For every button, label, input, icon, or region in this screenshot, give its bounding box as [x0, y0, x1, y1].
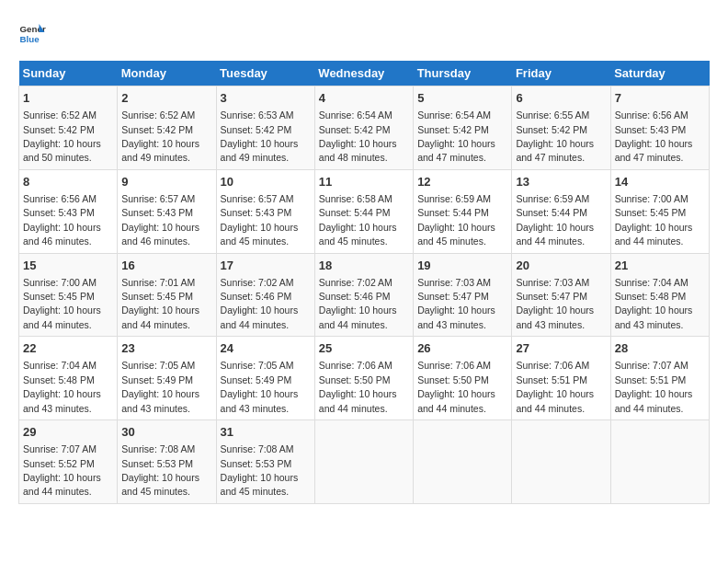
day-number: 31 [221, 424, 311, 441]
calendar-cell: 27 Sunrise: 7:06 AMSunset: 5:51 PMDaylig… [512, 337, 610, 420]
calendar-cell: 19 Sunrise: 7:03 AMSunset: 5:47 PMDaylig… [414, 253, 512, 337]
logo-icon: General Blue [18, 18, 46, 46]
day-number: 18 [319, 258, 409, 274]
calendar-week-row: 15 Sunrise: 7:00 AMSunset: 5:45 PMDaylig… [19, 253, 710, 337]
day-number: 7 [615, 90, 705, 107]
calendar-cell [414, 420, 512, 504]
calendar-cell: 20 Sunrise: 7:03 AMSunset: 5:47 PMDaylig… [512, 253, 610, 337]
cell-content: Sunrise: 6:53 AMSunset: 5:42 PMDaylight:… [221, 109, 299, 163]
day-number: 24 [221, 340, 311, 357]
cell-content: Sunrise: 6:59 AMSunset: 5:44 PMDaylight:… [516, 193, 594, 247]
col-header-thursday: Thursday [414, 61, 512, 86]
cell-content: Sunrise: 6:57 AMSunset: 5:43 PMDaylight:… [121, 193, 199, 247]
calendar-week-row: 8 Sunrise: 6:56 AMSunset: 5:43 PMDayligh… [19, 169, 710, 253]
cell-content: Sunrise: 7:05 AMSunset: 5:49 PMDaylight:… [221, 360, 299, 413]
cell-content: Sunrise: 6:58 AMSunset: 5:44 PMDaylight:… [319, 193, 397, 247]
day-number: 5 [417, 90, 507, 107]
cell-content: Sunrise: 7:03 AMSunset: 5:47 PMDaylight:… [417, 277, 495, 330]
calendar-week-row: 22 Sunrise: 7:04 AMSunset: 5:48 PMDaylig… [19, 337, 710, 420]
calendar-cell [314, 420, 413, 504]
calendar-cell: 6 Sunrise: 6:55 AMSunset: 5:42 PMDayligh… [512, 86, 610, 170]
calendar-cell [610, 420, 709, 504]
calendar-cell: 28 Sunrise: 7:07 AMSunset: 5:51 PMDaylig… [610, 337, 709, 420]
cell-content: Sunrise: 6:52 AMSunset: 5:42 PMDaylight:… [121, 109, 199, 163]
cell-content: Sunrise: 6:56 AMSunset: 5:43 PMDaylight:… [615, 109, 693, 163]
calendar-cell: 10 Sunrise: 6:57 AMSunset: 5:43 PMDaylig… [216, 169, 314, 253]
cell-content: Sunrise: 7:03 AMSunset: 5:47 PMDaylight:… [516, 277, 594, 330]
calendar-cell: 8 Sunrise: 6:56 AMSunset: 5:43 PMDayligh… [19, 169, 118, 253]
calendar-table: SundayMondayTuesdayWednesdayThursdayFrid… [18, 61, 710, 504]
calendar-cell: 3 Sunrise: 6:53 AMSunset: 5:42 PMDayligh… [216, 86, 314, 170]
cell-content: Sunrise: 6:59 AMSunset: 5:44 PMDaylight:… [417, 193, 495, 247]
cell-content: Sunrise: 6:54 AMSunset: 5:42 PMDaylight:… [319, 109, 397, 163]
day-number: 9 [121, 174, 211, 190]
day-number: 13 [516, 174, 606, 190]
cell-content: Sunrise: 6:57 AMSunset: 5:43 PMDaylight:… [221, 193, 299, 247]
cell-content: Sunrise: 7:04 AMSunset: 5:48 PMDaylight:… [615, 277, 693, 330]
day-number: 4 [319, 90, 409, 107]
calendar-cell: 23 Sunrise: 7:05 AMSunset: 5:49 PMDaylig… [118, 337, 216, 420]
day-number: 2 [121, 90, 211, 107]
day-number: 28 [615, 340, 705, 357]
day-number: 19 [417, 258, 507, 274]
cell-content: Sunrise: 7:02 AMSunset: 5:46 PMDaylight:… [221, 277, 299, 330]
svg-text:Blue: Blue [20, 34, 40, 44]
calendar-cell: 18 Sunrise: 7:02 AMSunset: 5:46 PMDaylig… [314, 253, 413, 337]
day-number: 25 [319, 340, 409, 357]
day-number: 20 [516, 258, 606, 274]
cell-content: Sunrise: 7:01 AMSunset: 5:45 PMDaylight:… [121, 277, 199, 330]
day-number: 17 [221, 258, 311, 274]
day-number: 29 [23, 424, 113, 441]
calendar-cell: 15 Sunrise: 7:00 AMSunset: 5:45 PMDaylig… [19, 253, 118, 337]
day-number: 21 [615, 258, 705, 274]
calendar-cell: 26 Sunrise: 7:06 AMSunset: 5:50 PMDaylig… [414, 337, 512, 420]
calendar-week-row: 1 Sunrise: 6:52 AMSunset: 5:42 PMDayligh… [19, 86, 710, 170]
calendar-cell: 25 Sunrise: 7:06 AMSunset: 5:50 PMDaylig… [314, 337, 413, 420]
calendar-cell: 21 Sunrise: 7:04 AMSunset: 5:48 PMDaylig… [610, 253, 709, 337]
calendar-header-row: SundayMondayTuesdayWednesdayThursdayFrid… [19, 61, 710, 86]
calendar-cell: 2 Sunrise: 6:52 AMSunset: 5:42 PMDayligh… [118, 86, 216, 170]
cell-content: Sunrise: 7:00 AMSunset: 5:45 PMDaylight:… [615, 193, 693, 247]
calendar-cell: 16 Sunrise: 7:01 AMSunset: 5:45 PMDaylig… [118, 253, 216, 337]
col-header-saturday: Saturday [610, 61, 709, 86]
calendar-cell: 24 Sunrise: 7:05 AMSunset: 5:49 PMDaylig… [216, 337, 314, 420]
calendar-cell: 29 Sunrise: 7:07 AMSunset: 5:52 PMDaylig… [19, 420, 118, 504]
col-header-wednesday: Wednesday [314, 61, 413, 86]
cell-content: Sunrise: 7:07 AMSunset: 5:51 PMDaylight:… [615, 360, 693, 413]
col-header-sunday: Sunday [19, 61, 118, 86]
calendar-cell: 7 Sunrise: 6:56 AMSunset: 5:43 PMDayligh… [610, 86, 709, 170]
calendar-cell: 4 Sunrise: 6:54 AMSunset: 5:42 PMDayligh… [314, 86, 413, 170]
calendar-cell [512, 420, 610, 504]
day-number: 27 [516, 340, 606, 357]
calendar-cell: 17 Sunrise: 7:02 AMSunset: 5:46 PMDaylig… [216, 253, 314, 337]
cell-content: Sunrise: 7:07 AMSunset: 5:52 PMDaylight:… [23, 443, 101, 497]
calendar-cell: 12 Sunrise: 6:59 AMSunset: 5:44 PMDaylig… [414, 169, 512, 253]
cell-content: Sunrise: 7:06 AMSunset: 5:51 PMDaylight:… [516, 360, 594, 413]
day-number: 14 [615, 174, 705, 190]
cell-content: Sunrise: 7:00 AMSunset: 5:45 PMDaylight:… [23, 277, 101, 330]
calendar-cell: 22 Sunrise: 7:04 AMSunset: 5:48 PMDaylig… [19, 337, 118, 420]
logo: General Blue [18, 18, 46, 46]
day-number: 8 [23, 174, 113, 190]
cell-content: Sunrise: 6:52 AMSunset: 5:42 PMDaylight:… [23, 109, 101, 163]
calendar-week-row: 29 Sunrise: 7:07 AMSunset: 5:52 PMDaylig… [19, 420, 710, 504]
cell-content: Sunrise: 7:06 AMSunset: 5:50 PMDaylight:… [417, 360, 495, 413]
col-header-monday: Monday [118, 61, 216, 86]
day-number: 30 [121, 424, 211, 441]
cell-content: Sunrise: 6:54 AMSunset: 5:42 PMDaylight:… [417, 109, 495, 163]
day-number: 22 [23, 340, 113, 357]
day-number: 1 [23, 90, 113, 107]
cell-content: Sunrise: 6:56 AMSunset: 5:43 PMDaylight:… [23, 193, 101, 247]
day-number: 26 [417, 340, 507, 357]
day-number: 16 [121, 258, 211, 274]
calendar-cell: 13 Sunrise: 6:59 AMSunset: 5:44 PMDaylig… [512, 169, 610, 253]
day-number: 12 [417, 174, 507, 190]
cell-content: Sunrise: 7:02 AMSunset: 5:46 PMDaylight:… [319, 277, 397, 330]
calendar-cell: 1 Sunrise: 6:52 AMSunset: 5:42 PMDayligh… [19, 86, 118, 170]
calendar-cell: 9 Sunrise: 6:57 AMSunset: 5:43 PMDayligh… [118, 169, 216, 253]
calendar-cell: 30 Sunrise: 7:08 AMSunset: 5:53 PMDaylig… [118, 420, 216, 504]
calendar-cell: 11 Sunrise: 6:58 AMSunset: 5:44 PMDaylig… [314, 169, 413, 253]
calendar-cell: 31 Sunrise: 7:08 AMSunset: 5:53 PMDaylig… [216, 420, 314, 504]
cell-content: Sunrise: 7:04 AMSunset: 5:48 PMDaylight:… [23, 360, 101, 413]
col-header-tuesday: Tuesday [216, 61, 314, 86]
